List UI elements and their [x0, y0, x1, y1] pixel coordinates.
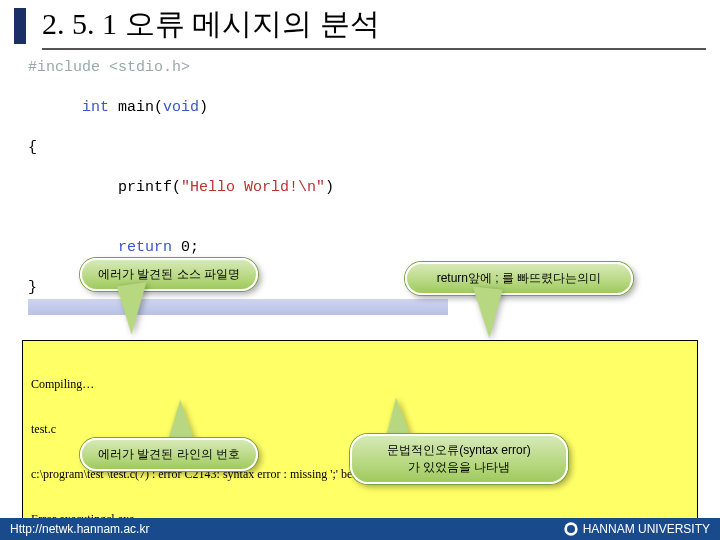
compiler-line-compiling: Compiling…: [31, 377, 689, 392]
footer-url: Http://netwk.hannam.ac.kr: [10, 522, 149, 536]
title-underline: [42, 48, 706, 50]
svg-point-1: [567, 525, 575, 533]
text-zero: 0;: [172, 239, 199, 256]
callout-line-number: 에러가 발견된 라인의 번호: [80, 438, 258, 471]
code-line-include: #include <stdio.h>: [28, 58, 692, 78]
string-hello: "Hello World!\n": [181, 179, 325, 196]
text-main: main(: [109, 99, 163, 116]
title-accent-bar: [14, 8, 26, 44]
keyword-return: return: [82, 239, 172, 256]
text-paren: ): [199, 99, 208, 116]
callout-missing-semicolon-pointer: [467, 287, 502, 340]
slide: 2. 5. 1 오류 메시지의 분석 #include <stdio.h> in…: [0, 0, 720, 540]
footer-bar: Http://netwk.hannam.ac.kr HANNAM UNIVERS…: [0, 518, 720, 540]
keyword-void: void: [163, 99, 199, 116]
text-paren-close: ): [325, 179, 334, 196]
callout-missing-semicolon: return앞에 ; 를 빠뜨렸다는의미: [405, 262, 633, 295]
university-logo-icon: [563, 521, 579, 537]
text-printf: printf(: [82, 179, 181, 196]
callout-line-number-pointer: [168, 399, 200, 444]
page-title: 2. 5. 1 오류 메시지의 분석: [42, 4, 380, 45]
footer-brand: HANNAM UNIVERSITY: [563, 521, 710, 537]
code-line-printf: printf("Hello World!\n"): [28, 158, 692, 218]
code-line-main: int main(void): [28, 78, 692, 138]
code-line-brace-open: {: [28, 138, 692, 158]
keyword-int: int: [82, 99, 109, 116]
footer-university: HANNAM UNIVERSITY: [583, 522, 710, 536]
callout-syntax-error: 문법적인오류(syntax error) 가 있었음을 나타냄: [350, 434, 568, 484]
callout-source-file: 에러가 발견된 소스 파일명: [80, 258, 258, 291]
